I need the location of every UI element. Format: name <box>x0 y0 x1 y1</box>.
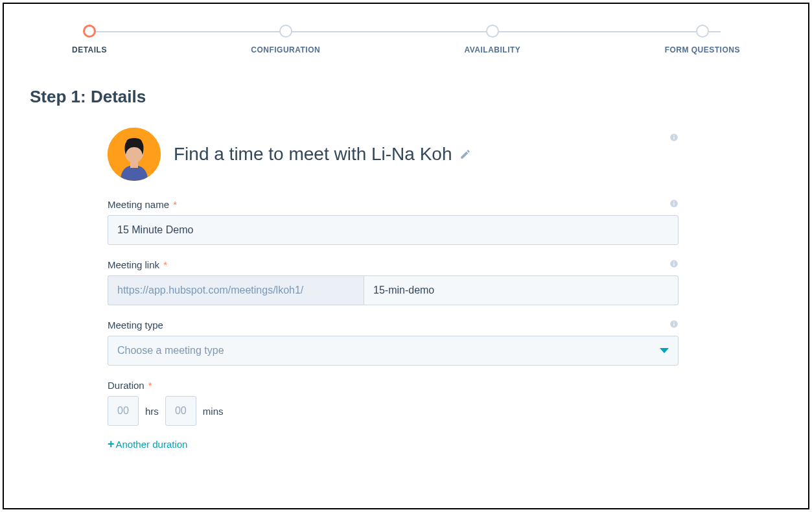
page-title: Step 1: Details <box>30 87 782 107</box>
info-icon[interactable] <box>669 199 679 210</box>
svg-rect-1 <box>130 160 138 168</box>
svg-rect-6 <box>673 203 674 205</box>
meeting-link-label: Meeting link * <box>108 259 167 270</box>
required-marker: * <box>146 380 152 391</box>
field-meeting-type: Meeting type Choose a meeting type <box>108 320 679 366</box>
step-label: AVAILABILITY <box>464 45 520 54</box>
info-icon[interactable] <box>669 133 679 144</box>
step-label: DETAILS <box>72 45 107 54</box>
meeting-type-select[interactable]: Choose a meeting type <box>108 336 679 366</box>
step-circle-icon <box>83 25 96 38</box>
svg-point-4 <box>673 135 675 136</box>
info-icon[interactable] <box>669 259 679 270</box>
step-form-questions[interactable]: FORM QUESTIONS <box>665 25 740 54</box>
meeting-name-input[interactable] <box>108 215 679 245</box>
plus-icon: + <box>108 437 115 451</box>
meeting-link-input[interactable] <box>364 275 679 305</box>
step-configuration[interactable]: CONFIGURATION <box>251 25 320 54</box>
stepper: DETAILS CONFIGURATION AVAILABILITY FORM … <box>30 25 782 54</box>
duration-row: hrs mins <box>108 396 679 426</box>
step-circle-icon <box>279 25 292 38</box>
duration-mins-input[interactable] <box>165 396 196 426</box>
svg-rect-9 <box>673 263 674 266</box>
field-meeting-link: Meeting link * https://app.hubspot.com/m… <box>108 259 679 305</box>
meeting-link-group: https://app.hubspot.com/meetings/lkoh1/ <box>108 275 679 305</box>
form-area: Find a time to meet with Li-Na Koh Meeti… <box>30 128 782 451</box>
meeting-name-label: Meeting name * <box>108 199 177 210</box>
duration-mins-unit: mins <box>203 406 224 417</box>
meeting-type-placeholder: Choose a meeting type <box>117 345 224 356</box>
add-duration-label: Another duration <box>116 439 188 450</box>
svg-rect-3 <box>673 137 674 139</box>
chevron-down-icon <box>660 348 669 353</box>
label-text: Meeting name <box>108 199 169 210</box>
headline-value: Find a time to meet with Li-Na Koh <box>174 144 452 164</box>
label-text: Duration <box>108 380 145 391</box>
pencil-icon[interactable] <box>459 144 471 164</box>
meeting-type-label: Meeting type <box>108 320 163 331</box>
page-container: DETAILS CONFIGURATION AVAILABILITY FORM … <box>3 3 809 509</box>
step-circle-icon <box>486 25 499 38</box>
required-marker: * <box>161 259 167 270</box>
meeting-link-prefix: https://app.hubspot.com/meetings/lkoh1/ <box>108 275 364 305</box>
avatar <box>108 128 161 181</box>
step-label: CONFIGURATION <box>251 45 320 54</box>
required-marker: * <box>170 199 177 210</box>
duration-label: Duration * <box>108 380 152 391</box>
duration-hrs-unit: hrs <box>145 406 159 417</box>
step-details[interactable]: DETAILS <box>72 25 107 54</box>
field-duration: Duration * hrs mins + Another duration <box>108 380 679 451</box>
add-duration-button[interactable]: + Another duration <box>108 437 187 451</box>
label-text: Meeting link <box>108 259 159 270</box>
stepper-line <box>91 31 721 32</box>
step-label: FORM QUESTIONS <box>665 45 740 54</box>
svg-rect-12 <box>673 323 674 326</box>
step-circle-icon <box>696 25 709 38</box>
step-availability[interactable]: AVAILABILITY <box>464 25 520 54</box>
svg-point-10 <box>673 261 675 262</box>
headline-text: Find a time to meet with Li-Na Koh <box>174 144 471 165</box>
headline-row: Find a time to meet with Li-Na Koh <box>108 128 679 181</box>
duration-hrs-input[interactable] <box>108 396 139 426</box>
svg-point-7 <box>673 201 675 202</box>
info-icon[interactable] <box>669 320 679 331</box>
field-meeting-name: Meeting name * <box>108 199 679 245</box>
svg-point-13 <box>673 321 675 323</box>
